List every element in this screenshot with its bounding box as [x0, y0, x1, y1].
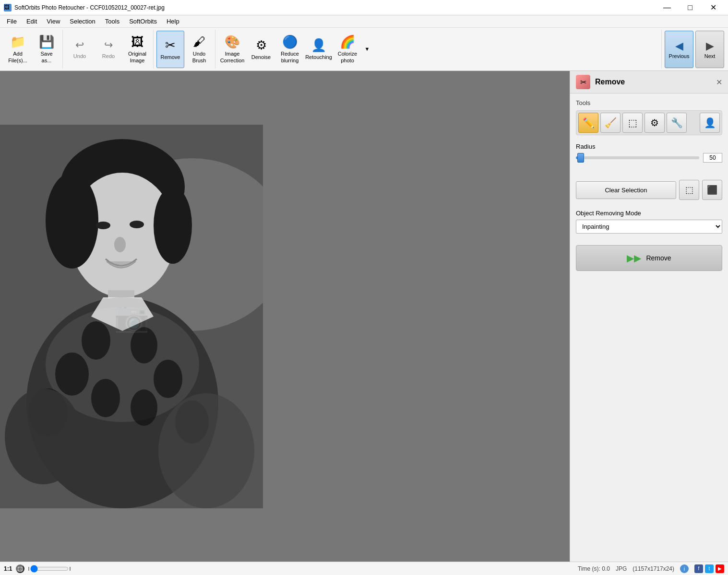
toolbox-title: Remove	[595, 78, 625, 86]
eraser-tool-button[interactable]: 🧹	[600, 113, 621, 133]
add-files-icon: 📁	[10, 35, 25, 49]
mode-section: Object Removing Mode Inpainting Content-…	[576, 210, 722, 234]
stamp-tool-button[interactable]: 👤	[700, 113, 720, 133]
select-inside-button[interactable]: ⬚	[679, 180, 699, 200]
twitter-icon[interactable]: t	[705, 564, 714, 573]
reduce-blurring-button[interactable]: 🔵 Reduceblurring	[276, 31, 304, 68]
next-button[interactable]: ▶ Next	[695, 31, 724, 68]
info-button[interactable]: i	[680, 564, 689, 573]
toolbox-header: ✂ Remove ✕	[570, 71, 728, 94]
retouching-icon: 👤	[311, 38, 326, 53]
add-files-label: AddFile(s)...	[8, 51, 27, 63]
window-title: SoftOrbits Photo Retoucher - CCF01052012…	[14, 4, 165, 11]
maximize-button[interactable]: □	[679, 0, 701, 15]
statusbar: 1:1 ⊡ Time (s): 0.0 JPG (1157x1717x24) i…	[0, 562, 728, 575]
svg-point-5	[154, 187, 192, 264]
toolbar-group-tools: ✂ Remove 🖌 UndoBrush	[155, 30, 215, 69]
statusbar-right: Time (s): 0.0 JPG (1157x1717x24) i f t ▶	[578, 564, 724, 573]
menu-selection[interactable]: Selection	[65, 16, 100, 26]
previous-icon: ◀	[675, 40, 683, 52]
radius-value-input[interactable]	[703, 153, 722, 163]
format-label: JPG	[616, 565, 627, 572]
svg-point-16	[91, 379, 120, 417]
undo-icon: ↩	[75, 39, 84, 51]
invert-selection-button[interactable]: ⬛	[702, 180, 722, 200]
menubar: File Edit View Selection Tools SoftOrbit…	[0, 15, 728, 28]
svg-point-15	[154, 360, 182, 398]
add-files-button[interactable]: 📁 AddFile(s)...	[4, 31, 32, 68]
remove-label: Remove	[646, 254, 671, 262]
save-as-icon: 💾	[39, 35, 54, 49]
toolbox-close-button[interactable]: ✕	[716, 78, 722, 87]
menu-view[interactable]: View	[42, 16, 65, 26]
brush-tool-button[interactable]: ✏️	[578, 113, 598, 133]
redo-label: Redo	[102, 53, 115, 59]
colorize-photo-button[interactable]: 🌈 Colorizephoto	[334, 31, 361, 68]
undo-button[interactable]: ↩ Undo	[66, 31, 94, 68]
denoise-button[interactable]: ⚙ Denoise	[247, 31, 275, 68]
original-image-icon: 🖼	[131, 35, 143, 49]
more-tools-button[interactable]: ▼	[362, 31, 372, 68]
svg-point-12	[82, 321, 110, 360]
selection-tool-button[interactable]: ⬚	[622, 113, 643, 133]
original-image-label: OriginalImage	[128, 51, 146, 63]
close-button[interactable]: ✕	[702, 0, 724, 15]
toolbar-group-corrections: 🎨 ImageCorrection ⚙ Denoise 🔵 Reduceblur…	[216, 30, 662, 69]
more-icon: ▼	[365, 46, 370, 52]
zoom-slider[interactable]	[30, 565, 69, 573]
zoom-tick1	[28, 567, 29, 571]
time-value: 0.0	[602, 565, 610, 572]
zoom-tick2	[70, 567, 71, 571]
denoise-label: Denoise	[251, 54, 271, 60]
zoom-bar	[28, 565, 71, 573]
photo-image	[0, 125, 263, 508]
toolbox-panel: ✂ Remove ✕ Tools ✏️ 🧹 ⬚ ⚙ 🔧 👤 Radius	[570, 71, 728, 562]
menu-softorbits[interactable]: SoftOrbits	[124, 16, 162, 26]
remove-tool-button[interactable]: ✂ Remove	[156, 31, 184, 68]
redo-icon: ↪	[104, 39, 113, 51]
undo-brush-button[interactable]: 🖌 UndoBrush	[185, 31, 213, 68]
undo-brush-icon: 🖌	[193, 35, 205, 49]
time-label: Time (s): 0.0	[578, 565, 610, 572]
undo-label: Undo	[73, 53, 86, 59]
menu-tools[interactable]: Tools	[100, 16, 124, 26]
youtube-icon[interactable]: ▶	[716, 564, 724, 573]
redo-button[interactable]: ↪ Redo	[95, 31, 122, 68]
photo-container	[0, 71, 570, 562]
undo-brush-label: UndoBrush	[192, 51, 206, 63]
remove-button[interactable]: ▶▶ Remove	[576, 245, 722, 271]
previous-button[interactable]: ◀ Previous	[665, 31, 693, 68]
canvas-area[interactable]	[0, 71, 570, 562]
app-icon: 🖼	[4, 4, 12, 12]
radius-slider-track[interactable]	[576, 156, 699, 159]
mode-select[interactable]: Inpainting Content-Aware Fill Simple Fil…	[576, 220, 722, 234]
image-correction-button[interactable]: 🎨 ImageCorrection	[218, 31, 246, 68]
retouching-button[interactable]: 👤 Retouching	[305, 31, 333, 68]
tools-row: ✏️ 🧹 ⬚ ⚙ 🔧 👤	[576, 110, 722, 135]
toolbar-group-edit: ↩ Undo ↪ Redo 🖼 OriginalImage	[64, 30, 154, 69]
svg-point-7	[130, 221, 144, 228]
dimensions-label: (1157x1717x24)	[633, 565, 674, 572]
next-icon: ▶	[706, 40, 714, 52]
original-image-button[interactable]: 🖼 OriginalImage	[123, 31, 151, 68]
magic-wand-button[interactable]: ⚙	[644, 113, 665, 133]
main-area: ✂ Remove ✕ Tools ✏️ 🧹 ⬚ ⚙ 🔧 👤 Radius	[0, 71, 728, 562]
facebook-icon[interactable]: f	[694, 564, 703, 573]
fit-to-screen-button[interactable]: ⊡	[16, 564, 24, 573]
svg-point-6	[96, 222, 110, 229]
minimize-button[interactable]: —	[656, 0, 678, 15]
menu-edit[interactable]: Edit	[22, 16, 42, 26]
save-as-button[interactable]: 💾 Saveas...	[33, 31, 60, 68]
svg-point-20	[5, 388, 82, 484]
mode-label: Object Removing Mode	[576, 210, 722, 217]
colorize-photo-label: Colorizephoto	[338, 51, 357, 63]
menu-file[interactable]: File	[2, 16, 22, 26]
zoom-display: 1:1	[4, 565, 12, 572]
radius-slider-thumb[interactable]	[577, 153, 584, 163]
select-inside-icon: ⬚	[685, 185, 693, 195]
wrench-tool-button[interactable]: 🔧	[667, 113, 687, 133]
save-as-label: Saveas...	[40, 51, 52, 63]
menu-help[interactable]: Help	[162, 16, 184, 26]
clear-selection-button[interactable]: Clear Selection	[576, 181, 676, 199]
tools-section-label: Tools	[576, 99, 722, 106]
